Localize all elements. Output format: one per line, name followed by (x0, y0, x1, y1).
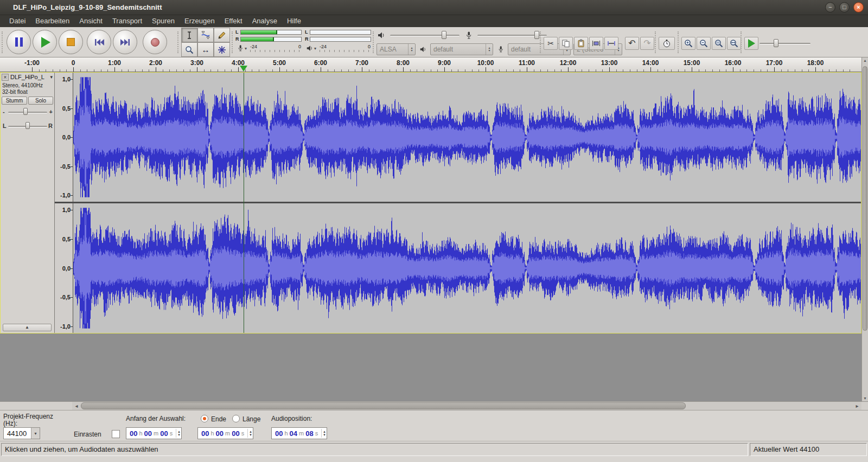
dropdown-icon[interactable]: ▾ (31, 428, 40, 439)
project-rate-select[interactable]: 44100 ▾ (3, 427, 40, 439)
stop-button[interactable] (59, 30, 83, 54)
vertical-scrollbar-thumb[interactable] (863, 66, 867, 331)
maximize-button[interactable]: □ (839, 2, 850, 12)
selection-start-field[interactable]: 00h00m00s▴▾ (126, 427, 182, 439)
time-unit: m (152, 430, 159, 437)
record-meter-scale: -24 0 (250, 44, 302, 52)
paste-button[interactable] (574, 37, 588, 50)
amp-tick (71, 166, 73, 167)
ruler-minor-tick (396, 69, 397, 72)
gain-slider[interactable]: - + (2, 107, 54, 117)
redo-button[interactable]: ↷ (640, 37, 654, 50)
menu-analyse[interactable]: Analyse (247, 15, 282, 27)
menu-spuren[interactable]: Spuren (147, 15, 180, 27)
snap-checkbox[interactable] (112, 430, 120, 438)
slider-thumb[interactable] (774, 39, 778, 47)
slider-thumb[interactable] (23, 108, 28, 115)
track-menu-icon[interactable]: ▾ (50, 74, 53, 80)
playback-meter[interactable]: L R ▾ -24 0 (305, 28, 371, 56)
horizontal-scrollbar[interactable]: ◂ ▸ (72, 401, 861, 410)
play-button[interactable] (33, 30, 57, 54)
menu-datei[interactable]: Datei (4, 15, 30, 27)
audio-position-field[interactable]: 00h04m08s▴▾ (271, 427, 327, 439)
envelope-tool-button[interactable] (197, 28, 214, 42)
slider-thumb[interactable] (25, 122, 30, 129)
recording-meter[interactable]: L R ▾ -24 0 (235, 28, 302, 56)
menu-erzeugen[interactable]: Erzeugen (180, 15, 220, 27)
zoom-in-button[interactable] (681, 37, 695, 50)
sync-lock-button[interactable] (659, 37, 675, 50)
gain-plus-label: + (49, 108, 53, 115)
selection-end-field[interactable]: 00h00m00s▴▾ (197, 427, 253, 439)
spinner-icon[interactable]: ▴▾ (486, 44, 493, 55)
draw-tool-button[interactable] (214, 28, 230, 42)
radio-end[interactable] (201, 415, 208, 422)
selection-tool-button[interactable] (181, 28, 197, 42)
ruler-minor-tick (822, 69, 823, 72)
meter-dropdown-icon[interactable]: ▾ (314, 46, 318, 51)
host-select[interactable]: ALSA ▴▾ (376, 43, 416, 55)
ruler-minor-tick (149, 69, 149, 72)
undo-button[interactable]: ↶ (625, 37, 639, 50)
waveform-left-channel[interactable] (73, 73, 861, 202)
menu-ansicht[interactable]: Ansicht (74, 15, 107, 27)
time-digits: 00 (144, 429, 152, 438)
track-title[interactable]: DLF_HiPo_L (10, 74, 46, 80)
ruler-minor-tick (843, 69, 844, 72)
output-device-select[interactable]: default ▴▾ (430, 43, 493, 55)
trim-button[interactable] (589, 37, 603, 50)
mute-button[interactable]: Stumm (2, 97, 27, 105)
close-icon: × (857, 4, 860, 10)
pause-button[interactable] (7, 30, 31, 54)
scroll-up-icon[interactable]: ▴ (862, 58, 868, 63)
horizontal-scrollbar-thumb[interactable] (81, 402, 686, 409)
zoom-fit-button[interactable] (727, 37, 741, 50)
spinner-icon[interactable]: ▴▾ (176, 429, 180, 438)
waveform-right-channel[interactable] (73, 203, 861, 333)
scroll-left-icon[interactable]: ◂ (73, 402, 80, 410)
multi-tool-button[interactable] (214, 42, 230, 57)
cut-button[interactable]: ✂ (544, 37, 558, 50)
silence-button[interactable] (604, 37, 618, 50)
menu-transport[interactable]: Transport (107, 15, 147, 27)
radio-length[interactable] (232, 415, 240, 422)
skip-to-start-button[interactable] (87, 30, 111, 54)
amp-label: 0,5 (62, 106, 71, 112)
menu-effekt[interactable]: Effekt (220, 15, 247, 27)
ruler-minor-tick (596, 69, 596, 72)
spinner-icon[interactable]: ▴▾ (247, 429, 252, 438)
timeline-ruler[interactable]: -1:0001:002:003:004:005:006:007:008:009:… (0, 57, 861, 72)
ruler-minor-tick (465, 69, 465, 72)
skip-to-end-button[interactable] (113, 30, 137, 54)
timeshift-tool-button[interactable]: ↔ (197, 42, 214, 57)
spinner-icon[interactable]: ▴▾ (408, 44, 415, 55)
scroll-right-icon[interactable]: ▸ (854, 402, 860, 410)
ruler-tick (362, 67, 362, 72)
minimize-button[interactable]: − (825, 2, 835, 12)
meter-dropdown-icon[interactable]: ▾ (245, 46, 249, 51)
close-button[interactable]: × (853, 2, 864, 12)
pan-slider[interactable]: L R (2, 121, 54, 131)
zoom-tool-button[interactable] (181, 42, 197, 57)
spinner-icon[interactable]: ▴▾ (321, 429, 326, 438)
time-unit: m (224, 430, 231, 437)
ruler-minor-tick (60, 69, 60, 72)
ruler-time-label: 5:00 (273, 59, 286, 67)
ruler-minor-tick (204, 69, 205, 72)
ruler-minor-tick (506, 69, 507, 72)
track-close-button[interactable]: × (2, 74, 9, 81)
zoom-selection-button[interactable] (712, 37, 726, 50)
zoom-out-button[interactable] (697, 37, 711, 50)
copy-button[interactable] (559, 37, 573, 50)
ruler-time-label: 6:00 (314, 59, 327, 67)
menu-bearbeiten[interactable]: Bearbeiten (30, 15, 74, 27)
vertical-scrollbar[interactable]: ▴ ▾ (861, 57, 868, 401)
ruler-time-label: 4:00 (232, 59, 245, 67)
collapse-track-button[interactable]: ▲ (3, 324, 52, 331)
play-speed-slider[interactable] (760, 38, 810, 49)
solo-button[interactable]: Solo (28, 97, 53, 105)
menu-hilfe[interactable]: Hilfe (282, 15, 306, 27)
record-button[interactable] (143, 30, 167, 54)
scroll-down-icon[interactable]: ▾ (862, 396, 868, 401)
play-at-speed-button[interactable] (744, 37, 758, 50)
